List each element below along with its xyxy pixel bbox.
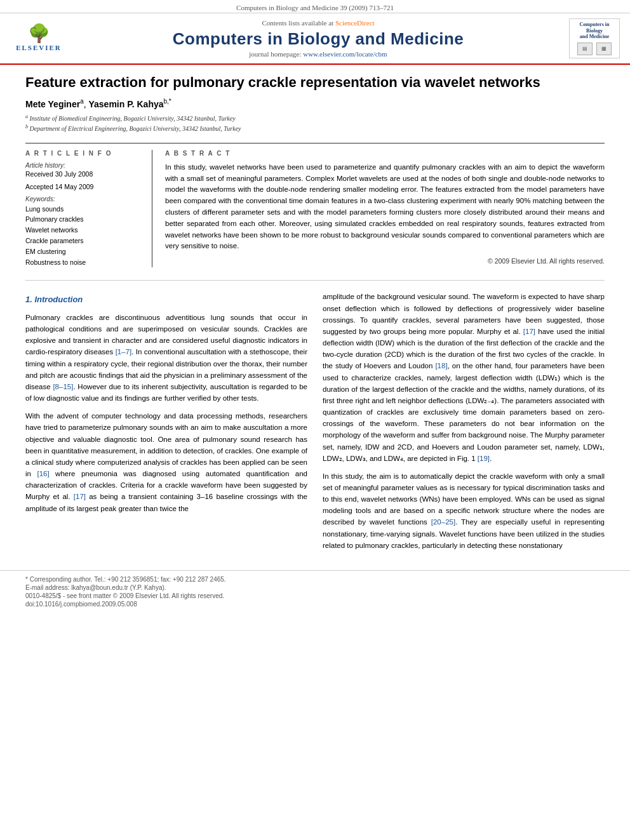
homepage-line: journal homepage: www.elsevier.com/locat… bbox=[74, 50, 563, 58]
keyword-3: Wavelet networks bbox=[25, 225, 143, 236]
intro-para-1: Pulmonary crackles are discontinuous adv… bbox=[25, 312, 307, 404]
journal-citation: Computers in Biology and Medicine 39 (20… bbox=[236, 4, 394, 11]
main-content: Feature extraction for pulmonary crackle… bbox=[0, 65, 630, 570]
body-right-column: amplitude of the background vesicular so… bbox=[323, 291, 605, 557]
ref-17-a[interactable]: [17] bbox=[74, 493, 86, 500]
abstract-text: In this study, wavelet networks have bee… bbox=[165, 162, 605, 253]
intro-para-2: With the advent of computer technology a… bbox=[25, 410, 307, 514]
footer-line-3: 0010-4825/$ - see front matter © 2009 El… bbox=[25, 592, 605, 599]
article-title: Feature extraction for pulmonary crackle… bbox=[25, 74, 605, 92]
right-journal-logo: Computers in Biologyand Medicine ▤ ▦ bbox=[569, 18, 620, 58]
ref-8-15[interactable]: [8–15] bbox=[53, 383, 73, 390]
ref-17-b[interactable]: [17] bbox=[523, 328, 535, 335]
article-info-title: A R T I C L E I N F O bbox=[25, 150, 143, 157]
footer-line-1: * Corresponding author. Tel.: +90 212 35… bbox=[25, 576, 605, 583]
author-2-name: Yasemin P. Kahya bbox=[88, 99, 163, 109]
keywords-label: Keywords: bbox=[25, 196, 143, 203]
article-meta-row: A R T I C L E I N F O Article history: R… bbox=[25, 143, 605, 268]
ref-20-25[interactable]: [20–25] bbox=[431, 518, 455, 526]
keyword-5: EM clustering bbox=[25, 246, 143, 257]
homepage-text: journal homepage: bbox=[249, 50, 301, 58]
author-1-sup: a bbox=[80, 98, 84, 105]
elsevier-tree-icon: 🌳 bbox=[10, 25, 67, 43]
elsevier-brand: ELSEVIER bbox=[10, 44, 67, 51]
section-1-heading: 1. Introduction bbox=[25, 293, 307, 307]
author-1-name: Mete Yeginer bbox=[25, 99, 80, 109]
footer-line-2: E-mail address: lkahya@boun.edu.tr (Y.P.… bbox=[25, 584, 605, 591]
ref-19[interactable]: [19] bbox=[478, 455, 490, 462]
affiliation-a: Institute of Biomedical Engineering, Bog… bbox=[28, 115, 236, 122]
ref-18[interactable]: [18] bbox=[435, 362, 447, 370]
journal-title: Computers in Biology and Medicine bbox=[74, 29, 563, 49]
elsevier-logo: 🌳 ELSEVIER bbox=[10, 25, 67, 51]
affiliations: a Institute of Biomedical Engineering, B… bbox=[25, 113, 605, 134]
copyright-line: © 2009 Elsevier Ltd. All rights reserved… bbox=[165, 257, 605, 265]
keyword-4: Crackle parameters bbox=[25, 236, 143, 246]
abstract-section: A B S T R A C T In this study, wavelet n… bbox=[165, 150, 605, 268]
body-content: 1. Introduction Pulmonary crackles are d… bbox=[25, 291, 605, 557]
received-value: Received 30 July 2008 bbox=[25, 170, 143, 178]
article-info-panel: A R T I C L E I N F O Article history: R… bbox=[25, 150, 152, 268]
right-logo-title: Computers in Biologyand Medicine bbox=[572, 22, 617, 40]
abstract-title: A B S T R A C T bbox=[165, 150, 605, 157]
right-para-2: In this study, the aim is to automatical… bbox=[323, 470, 605, 551]
logo-icon-1: ▤ bbox=[577, 43, 593, 55]
section-divider bbox=[25, 280, 605, 281]
body-left-column: 1. Introduction Pulmonary crackles are d… bbox=[25, 291, 307, 557]
contents-text: Contents lists available at bbox=[262, 19, 333, 27]
right-logo-icons: ▤ ▦ bbox=[572, 43, 617, 55]
footer-line-4: doi:10.1016/j.compbiomed.2009.05.008 bbox=[25, 601, 605, 608]
sciencedirect-link[interactable]: ScienceDirect bbox=[335, 19, 375, 27]
accepted-value: Accepted 14 May 2009 bbox=[25, 183, 143, 190]
page-footer: * Corresponding author. Tel.: +90 212 35… bbox=[0, 570, 630, 614]
keyword-1: Lung sounds bbox=[25, 204, 143, 215]
author-2-sup: b,* bbox=[164, 98, 171, 105]
contents-line: Contents lists available at ScienceDirec… bbox=[74, 19, 563, 27]
right-para-1: amplitude of the background vesicular so… bbox=[323, 291, 605, 463]
journal-header: 🌳 ELSEVIER Contents lists available at S… bbox=[0, 13, 630, 65]
keyword-2: Pulmonary crackles bbox=[25, 214, 143, 225]
history-label: Article history: bbox=[25, 162, 143, 169]
ref-1-7[interactable]: [1–7] bbox=[116, 348, 132, 356]
center-header: Contents lists available at ScienceDirec… bbox=[74, 19, 563, 58]
keyword-6: Robustness to noise bbox=[25, 257, 143, 268]
keywords-section: Keywords: Lung sounds Pulmonary crackles… bbox=[25, 196, 143, 268]
logo-icon-2: ▦ bbox=[596, 43, 612, 55]
affiliation-b: Department of Electrical Engineering, Bo… bbox=[28, 126, 241, 133]
homepage-link[interactable]: www.elsevier.com/locate/cbm bbox=[303, 50, 387, 58]
top-bar: Computers in Biology and Medicine 39 (20… bbox=[0, 0, 630, 13]
authors-line: Mete Yeginera, Yasemin P. Kahyab,* bbox=[25, 98, 605, 109]
ref-16[interactable]: [16] bbox=[37, 470, 49, 477]
